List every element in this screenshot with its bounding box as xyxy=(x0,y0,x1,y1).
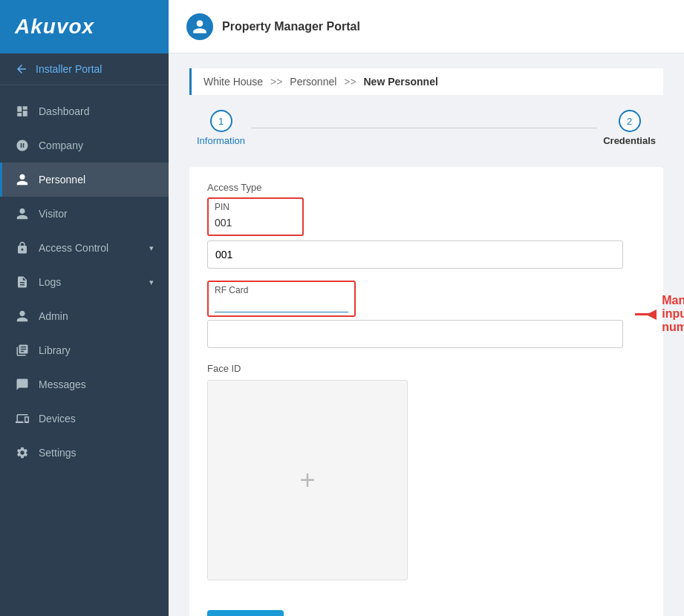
step2-number: 2 xyxy=(627,116,632,127)
settings-icon xyxy=(15,445,30,460)
step2-label: Credentials xyxy=(603,135,656,146)
dashboard-icon xyxy=(15,104,30,119)
access-control-label: Access Control xyxy=(39,242,108,254)
pin-value: 001 xyxy=(215,214,296,232)
header-avatar xyxy=(186,13,213,40)
pin-input[interactable] xyxy=(207,240,623,269)
logs-label: Logs xyxy=(39,276,61,288)
sidebar-item-access-control[interactable]: Access Control ▾ xyxy=(0,231,169,265)
company-icon xyxy=(15,138,30,153)
sidebar-item-admin[interactable]: Admin xyxy=(0,299,169,333)
dashboard-label: Dashboard xyxy=(39,105,90,117)
stepper: 1 Information 2 Credentials xyxy=(189,110,663,146)
plus-icon: + xyxy=(299,465,315,496)
sidebar-item-dashboard[interactable]: Dashboard xyxy=(0,94,169,128)
content-area: White House >> Personnel >> New Personne… xyxy=(169,53,684,616)
face-id-upload[interactable]: + xyxy=(207,380,408,580)
face-id-field-group: Face ID + xyxy=(207,363,645,580)
breadcrumb-sep1: >> xyxy=(270,76,282,88)
annotation-arrow: Manually input card number xyxy=(635,294,684,334)
sidebar-item-company[interactable]: Company xyxy=(0,128,169,163)
sidebar-logo: Akuvox xyxy=(0,0,169,53)
rf-card-row: RF Card Manually input card number xyxy=(207,281,645,348)
rf-card-input[interactable] xyxy=(215,297,348,312)
step-line xyxy=(251,128,597,128)
rf-card-label: RF Card xyxy=(215,285,348,295)
step2-wrapper: 2 Credentials xyxy=(603,110,656,146)
access-control-chevron: ▾ xyxy=(149,243,154,253)
library-label: Library xyxy=(39,344,71,356)
breadcrumb-home: White House xyxy=(203,76,263,88)
sidebar-item-devices[interactable]: Devices xyxy=(0,402,169,436)
devices-icon xyxy=(15,411,30,426)
installer-portal-label: Installer Portal xyxy=(36,63,102,75)
header: Property Manager Portal xyxy=(169,0,684,53)
rf-card-full-input[interactable] xyxy=(207,320,623,348)
company-label: Company xyxy=(39,140,83,151)
sidebar-item-logs[interactable]: Logs ▾ xyxy=(0,265,169,299)
step2-circle: 2 xyxy=(619,110,641,132)
settings-label: Settings xyxy=(39,447,76,459)
logs-chevron: ▾ xyxy=(149,278,154,287)
installer-portal-link[interactable]: Installer Portal xyxy=(0,53,169,85)
logo-text: Akuvox xyxy=(15,15,94,39)
header-title: Property Manager Portal xyxy=(222,20,360,33)
rf-highlight-box: RF Card xyxy=(207,281,356,317)
annotation-text: Manually input card number xyxy=(662,294,684,334)
pin-highlight-box: PIN 001 xyxy=(207,197,304,236)
form-section: Access Type PIN 001 RF Card xyxy=(189,167,663,616)
breadcrumb-current: New Personnel xyxy=(363,76,437,88)
step1-circle: 1 xyxy=(210,110,232,132)
logs-icon xyxy=(15,275,30,289)
admin-label: Admin xyxy=(39,310,68,322)
sidebar-item-settings[interactable]: Settings xyxy=(0,436,169,470)
personnel-label: Personnel xyxy=(39,174,85,186)
submit-button[interactable]: Submit xyxy=(207,610,284,616)
rf-card-field-group: RF Card Manually input card number xyxy=(207,281,645,348)
personnel-icon xyxy=(15,172,30,187)
pin-field-group: PIN 001 xyxy=(207,197,645,269)
library-icon xyxy=(15,343,30,358)
pin-section-label: PIN xyxy=(215,202,296,212)
breadcrumb-sep2: >> xyxy=(344,76,356,88)
arrow-shape xyxy=(635,313,656,315)
sidebar: Akuvox Installer Portal Dashboard Compan… xyxy=(0,0,169,616)
admin-icon xyxy=(15,309,30,324)
visitor-label: Visitor xyxy=(39,208,68,220)
devices-label: Devices xyxy=(39,413,76,425)
messages-label: Messages xyxy=(39,379,86,390)
step1-label: Information xyxy=(197,135,245,146)
step1-wrapper: 1 Information xyxy=(197,110,245,146)
sidebar-item-personnel[interactable]: Personnel xyxy=(0,163,169,197)
step1-number: 1 xyxy=(218,116,224,127)
sidebar-item-messages[interactable]: Messages xyxy=(0,367,169,402)
access-type-label: Access Type xyxy=(207,182,645,193)
back-arrow-icon xyxy=(15,62,28,76)
user-icon xyxy=(192,19,208,35)
breadcrumb-parent: Personnel xyxy=(290,76,336,88)
messages-icon xyxy=(15,377,30,392)
sidebar-item-library[interactable]: Library xyxy=(0,333,169,367)
sidebar-nav: Dashboard Company Personnel Visitor xyxy=(0,88,169,616)
face-id-label: Face ID xyxy=(207,363,645,374)
main-content: Property Manager Portal White House >> P… xyxy=(169,0,684,616)
access-control-icon xyxy=(15,240,30,255)
sidebar-item-visitor[interactable]: Visitor xyxy=(0,197,169,231)
breadcrumb: White House >> Personnel >> New Personne… xyxy=(189,68,663,95)
visitor-icon xyxy=(15,206,30,221)
